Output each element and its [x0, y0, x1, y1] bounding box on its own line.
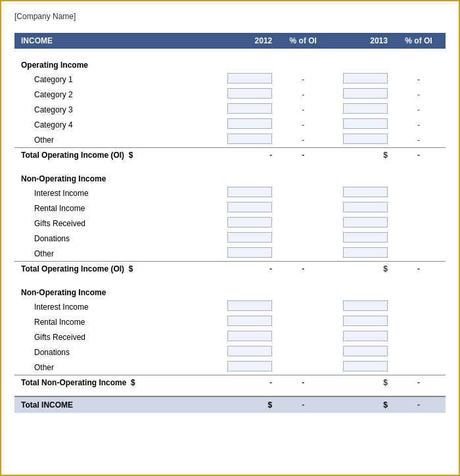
grand-total-2012-val: -	[276, 396, 330, 413]
pct2-dash	[392, 345, 446, 360]
total-nonop1-label: Total Operating Income (OI) $	[14, 262, 215, 277]
input-2012[interactable]	[215, 314, 277, 329]
pct2-dash	[392, 185, 446, 201]
total-2012: -	[215, 148, 277, 163]
input-2012[interactable]	[215, 201, 277, 216]
total-2013-dollar: $	[330, 375, 392, 391]
total-pct1: -	[276, 262, 330, 277]
pct1-dash	[276, 246, 330, 262]
input-2013[interactable]	[330, 246, 392, 262]
input-2013[interactable]	[330, 87, 392, 102]
input-2012[interactable]	[215, 87, 277, 102]
input-2013[interactable]	[330, 132, 392, 148]
pct2-dash	[392, 246, 446, 262]
header-pct1: % of OI	[276, 33, 330, 49]
input-2012[interactable]	[215, 299, 277, 314]
input-2012[interactable]	[215, 72, 277, 87]
input-2012[interactable]	[215, 329, 277, 345]
row-label: Category 4	[14, 117, 215, 132]
row-label: Other	[14, 360, 215, 375]
row-label: Interest Income	[14, 299, 215, 314]
non-operating-income-1-label: Non-Operating Income	[14, 169, 446, 185]
pct2-dash: -	[392, 72, 446, 87]
pct1-dash	[276, 299, 330, 314]
input-2012[interactable]	[215, 216, 277, 231]
total-pct2: -	[392, 148, 446, 163]
pct1-dash	[276, 201, 330, 216]
input-2012[interactable]	[215, 231, 277, 246]
row-label: Rental Income	[14, 314, 215, 329]
table-row: Donations	[14, 231, 446, 246]
total-operating-row: Total Operating Income (OI) $ - - $ -	[14, 148, 446, 163]
header-2012: 2012	[215, 33, 277, 49]
input-2012[interactable]	[215, 102, 277, 117]
input-2013[interactable]	[330, 201, 392, 216]
pct2-dash	[392, 201, 446, 216]
input-2013[interactable]	[330, 72, 392, 87]
pct1-dash: -	[276, 102, 330, 117]
grand-total-dollar-2013: $	[330, 396, 392, 413]
pct1-dash	[276, 360, 330, 375]
table-row: Gifts Received	[14, 216, 446, 231]
non-operating-income-2-label: Non-Operating Income	[14, 283, 446, 299]
pct2-dash: -	[392, 102, 446, 117]
table-row: Rental Income	[14, 314, 446, 329]
input-2013[interactable]	[330, 216, 392, 231]
operating-income-label: Operating Income	[14, 55, 446, 72]
spacer	[14, 49, 446, 55]
table-row: Gifts Received	[14, 329, 446, 345]
row-label: Gifts Received	[14, 329, 215, 345]
table-row: Other - -	[14, 132, 446, 148]
input-2012[interactable]	[215, 360, 277, 375]
section-nonoperating2-title: Non-Operating Income	[14, 283, 446, 299]
input-2013[interactable]	[330, 117, 392, 132]
total-pct1: -	[276, 148, 330, 163]
table-row: Other	[14, 246, 446, 262]
pct1-dash: -	[276, 72, 330, 87]
input-2012[interactable]	[215, 132, 277, 148]
section-operating-title: Operating Income	[14, 55, 446, 72]
input-2013[interactable]	[330, 314, 392, 329]
spacer	[14, 390, 446, 396]
input-2013[interactable]	[330, 185, 392, 201]
table-row: Interest Income	[14, 299, 446, 314]
total-2013-dollar: $	[330, 262, 392, 277]
total-pct2: -	[392, 375, 446, 391]
input-2012[interactable]	[215, 345, 277, 360]
input-2012[interactable]	[215, 246, 277, 262]
input-2013[interactable]	[330, 102, 392, 117]
grand-total-2013-val: -	[392, 396, 446, 413]
total-pct1: -	[276, 375, 330, 391]
pct1-dash	[276, 231, 330, 246]
row-label: Other	[14, 246, 215, 262]
input-2012[interactable]	[215, 185, 277, 201]
input-2012[interactable]	[215, 117, 277, 132]
pct1-dash	[276, 314, 330, 329]
table-row: Donations	[14, 345, 446, 360]
table-header: INCOME 2012 % of OI 2013 % of OI	[14, 33, 446, 49]
total-operating-label: Total Operating Income (OI) $	[14, 148, 215, 163]
row-label: Donations	[14, 345, 215, 360]
total-pct2: -	[392, 262, 446, 277]
input-2013[interactable]	[330, 299, 392, 314]
pct1-dash: -	[276, 87, 330, 102]
income-table: INCOME 2012 % of OI 2013 % of OI Operati…	[14, 33, 446, 413]
table-row: Category 3 - -	[14, 102, 446, 117]
page-container: [Company Name] INCOME 2012 % of OI 2013 …	[1, 1, 459, 423]
pct2-dash: -	[392, 117, 446, 132]
pct2-dash: -	[392, 87, 446, 102]
pct2-dash	[392, 299, 446, 314]
pct2-dash	[392, 314, 446, 329]
total-2012: -	[215, 262, 277, 277]
input-2013[interactable]	[330, 231, 392, 246]
total-nonoperating1-row: Total Operating Income (OI) $ - - $ -	[14, 262, 446, 277]
input-2013[interactable]	[330, 329, 392, 345]
input-2013[interactable]	[330, 345, 392, 360]
input-2013[interactable]	[330, 360, 392, 375]
pct2-dash: -	[392, 132, 446, 148]
row-label: Donations	[14, 231, 215, 246]
table-row: Other	[14, 360, 446, 375]
row-label: Category 3	[14, 102, 215, 117]
pct2-dash	[392, 360, 446, 375]
pct1-dash	[276, 329, 330, 345]
